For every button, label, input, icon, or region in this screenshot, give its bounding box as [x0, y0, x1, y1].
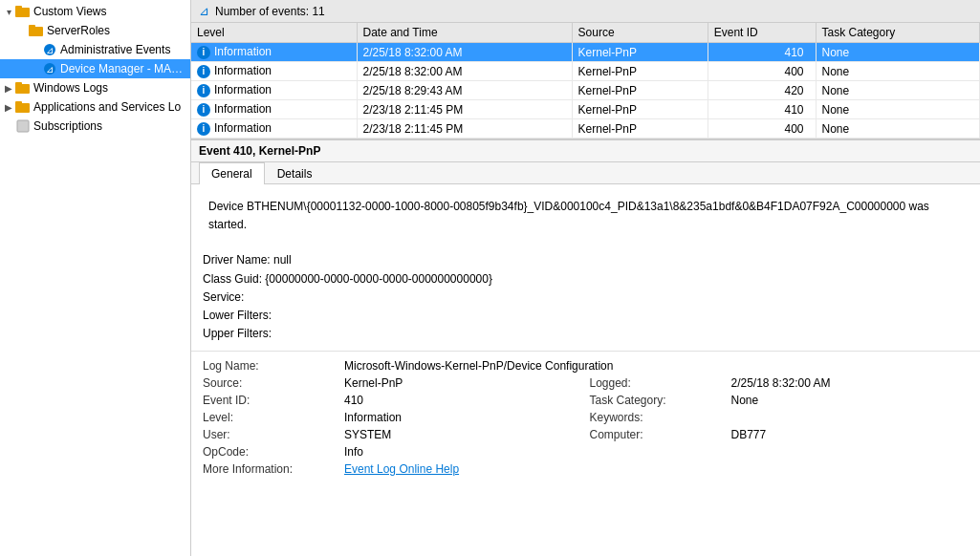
- col-eventid[interactable]: Event ID: [708, 23, 816, 43]
- event-count: Number of events: 11: [215, 5, 325, 18]
- table-row[interactable]: iInformation2/23/18 2:11:45 PMKernel-PnP…: [191, 119, 980, 139]
- table-row[interactable]: iInformation2/23/18 2:11:45 PMKernel-PnP…: [191, 100, 980, 119]
- logged-label: Logged:: [590, 376, 724, 390]
- event-table: Level Date and Time Source Event ID Task…: [191, 23, 980, 139]
- main-content: ⊿ Number of events: 11 Level Date and Ti…: [191, 0, 980, 556]
- cell-taskcategory-2: None: [816, 81, 979, 100]
- svg-rect-11: [15, 101, 22, 105]
- cell-taskcategory-4: None: [816, 119, 979, 139]
- app-services-icon: [15, 99, 31, 115]
- tabs-bar: General Details: [191, 162, 980, 184]
- svg-rect-12: [17, 120, 29, 132]
- cell-datetime-2: 2/25/18 8:29:43 AM: [357, 81, 572, 100]
- custom-views-label: Custom Views: [33, 5, 106, 18]
- cell-datetime-4: 2/23/18 2:11:45 PM: [357, 119, 572, 139]
- source-label: Source:: [203, 376, 337, 390]
- cell-datetime-1: 2/25/18 8:32:00 AM: [357, 62, 572, 81]
- svg-rect-1: [15, 6, 22, 10]
- administrative-events-label: Administrative Events: [60, 43, 170, 56]
- log-name-value: Microsoft-Windows-Kernel-PnP/Device Conf…: [344, 359, 969, 373]
- cell-eventid-4: 400: [708, 119, 816, 139]
- detail-fields: Log Name: Microsoft-Windows-Kernel-PnP/D…: [191, 351, 980, 483]
- sidebar-item-app-services[interactable]: ▶Applications and Services Lo: [0, 97, 190, 117]
- user-value: SYSTEM: [344, 428, 582, 441]
- task-category-value: None: [731, 394, 969, 407]
- source-value: Kernel-PnP: [344, 376, 582, 390]
- more-info-label: More Information:: [203, 462, 337, 476]
- computer-label: Computer:: [590, 428, 724, 441]
- opcode-label: OpCode:: [203, 445, 337, 459]
- event-description: Device BTHENUM\{00001132-0000-1000-8000-…: [203, 192, 969, 240]
- cell-taskcategory-1: None: [816, 62, 979, 81]
- cell-level-4: iInformation: [191, 119, 357, 139]
- more-info-link[interactable]: Event Log Online Help: [344, 462, 969, 476]
- svg-text:⊿: ⊿: [46, 45, 54, 55]
- tab-general[interactable]: General: [199, 162, 265, 184]
- level-value: Information: [344, 411, 582, 424]
- cell-eventid-1: 400: [708, 62, 816, 81]
- app-services-expander[interactable]: ▶: [2, 102, 15, 113]
- keywords-label: Keywords:: [590, 411, 724, 424]
- server-roles-label: ServerRoles: [47, 24, 110, 37]
- svg-rect-9: [15, 82, 22, 86]
- description-text: Device BTHENUM\{00001132-0000-1000-8000-…: [208, 200, 929, 231]
- col-taskcategory[interactable]: Task Category: [816, 23, 979, 43]
- header-bar: ⊿ Number of events: 11: [191, 0, 980, 23]
- event-id-label: Event ID:: [203, 394, 337, 407]
- cell-level-0: iInformation: [191, 43, 357, 62]
- custom-views-expander[interactable]: ▾: [2, 7, 15, 17]
- cell-level-2: iInformation: [191, 81, 357, 100]
- driver-name: Driver Name: null: [203, 251, 969, 269]
- event-id-value: 410: [344, 394, 582, 407]
- event-table-container: Level Date and Time Source Event ID Task…: [191, 23, 980, 139]
- table-row[interactable]: iInformation2/25/18 8:29:43 AMKernel-PnP…: [191, 81, 980, 100]
- sidebar-item-custom-views[interactable]: ▾Custom Views: [0, 2, 190, 21]
- server-roles-icon: [29, 23, 44, 38]
- cell-level-3: iInformation: [191, 100, 357, 119]
- sidebar-item-device-manager-map[interactable]: ⊿Device Manager - MAP S: [0, 59, 190, 78]
- opcode-value: Info: [344, 445, 582, 459]
- table-header-row: Level Date and Time Source Event ID Task…: [191, 23, 980, 43]
- subscriptions-label: Subscriptions: [33, 119, 102, 133]
- tab-details[interactable]: Details: [265, 162, 325, 184]
- cell-eventid-3: 410: [708, 100, 816, 119]
- svg-text:⊿: ⊿: [46, 64, 54, 75]
- sidebar: ▾Custom ViewsServerRoles⊿Administrative …: [0, 0, 191, 556]
- table-row[interactable]: iInformation2/25/18 8:32:00 AMKernel-PnP…: [191, 62, 980, 81]
- sidebar-item-administrative-events[interactable]: ⊿Administrative Events: [0, 40, 190, 59]
- lower-filters: Lower Filters:: [203, 307, 969, 325]
- table-row[interactable]: iInformation2/25/18 8:32:00 AMKernel-PnP…: [191, 43, 980, 62]
- filter-icon: ⊿: [199, 4, 209, 18]
- cell-source-0: Kernel-PnP: [572, 43, 708, 62]
- cell-taskcategory-0: None: [816, 43, 979, 62]
- level-label: Level:: [203, 411, 337, 424]
- windows-logs-expander[interactable]: ▶: [2, 83, 15, 94]
- service: Service:: [203, 289, 969, 307]
- col-datetime[interactable]: Date and Time: [357, 23, 572, 43]
- cell-eventid-0: 410: [708, 43, 816, 62]
- windows-logs-icon: [15, 80, 31, 96]
- custom-views-icon: [15, 4, 31, 19]
- col-level[interactable]: Level: [191, 23, 357, 43]
- col-source[interactable]: Source: [572, 23, 708, 43]
- cell-source-4: Kernel-PnP: [572, 119, 708, 139]
- cell-level-1: iInformation: [191, 62, 357, 81]
- app-services-label: Applications and Services Lo: [33, 100, 181, 114]
- device-manager-map-label: Device Manager - MAP S: [60, 62, 186, 75]
- sidebar-item-windows-logs[interactable]: ▶Windows Logs: [0, 78, 190, 97]
- cell-eventid-2: 420: [708, 81, 816, 100]
- sidebar-item-server-roles[interactable]: ServerRoles: [0, 21, 190, 40]
- upper-filters: Upper Filters:: [203, 325, 969, 343]
- keywords-value: [731, 411, 969, 424]
- user-label: User:: [203, 428, 337, 441]
- log-name-label: Log Name:: [203, 359, 337, 373]
- sidebar-item-subscriptions[interactable]: Subscriptions: [0, 117, 190, 136]
- event-detail-panel: Event 410, Kernel-PnP General Details De…: [191, 139, 980, 556]
- computer-value: DB777: [731, 428, 969, 441]
- subscriptions-icon: [15, 118, 31, 134]
- cell-taskcategory-3: None: [816, 100, 979, 119]
- task-category-label: Task Category:: [590, 394, 724, 407]
- windows-logs-label: Windows Logs: [33, 81, 108, 95]
- event-detail-header: Event 410, Kernel-PnP: [191, 140, 980, 162]
- class-guid: Class Guid: {00000000-0000-0000-0000-000…: [203, 270, 969, 289]
